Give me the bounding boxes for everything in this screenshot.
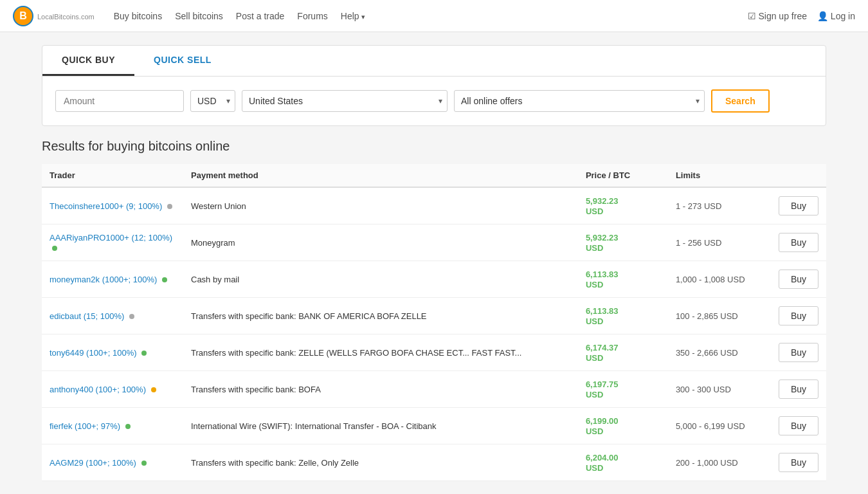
limits-value: 1 - 256 USD xyxy=(676,238,722,248)
price-value: 6,113.83USD xyxy=(586,306,619,326)
limits-value: 350 - 2,666 USD xyxy=(676,348,738,358)
buy-button[interactable]: Buy xyxy=(779,233,818,252)
country-select[interactable]: United States United Kingdom Canada Aust… xyxy=(242,90,448,112)
trader-link[interactable]: fierfek (100+; 97%) xyxy=(50,421,120,431)
limits-value: 1,000 - 1,008 USD xyxy=(676,275,745,284)
brand: B LocalBitcoins.com xyxy=(13,6,95,26)
table-row: tony6449 (100+; 100%) Transfers with spe… xyxy=(42,334,826,371)
payment-method-label: Transfers with specific bank: BOFA xyxy=(191,385,321,394)
col-header-trader: Trader xyxy=(42,164,183,187)
currency-select-wrapper: USD EUR GBP ▾ xyxy=(190,90,235,112)
payment-cell: Transfers with specific bank: BOFA xyxy=(183,371,578,408)
table-row: anthony400 (100+; 100%) Transfers with s… xyxy=(42,371,826,408)
results-title: Results for buying bitcoins online xyxy=(42,139,826,154)
tab-quick-buy[interactable]: QUICK BUY xyxy=(42,46,134,76)
trader-link[interactable]: edicbaut (15; 100%) xyxy=(50,311,124,321)
status-dot xyxy=(162,277,167,282)
buy-button[interactable]: Buy xyxy=(779,453,818,472)
table-row: fierfek (100+; 97%) International Wire (… xyxy=(42,408,826,444)
action-cell: Buy xyxy=(771,261,826,298)
amount-input[interactable] xyxy=(55,90,184,112)
status-dot xyxy=(167,204,172,209)
status-dot xyxy=(141,351,147,356)
buy-button[interactable]: Buy xyxy=(779,416,818,435)
payment-method-label: Moneygram xyxy=(191,238,235,248)
logo-icon: B xyxy=(13,6,33,26)
trader-cell: edicbaut (15; 100%) xyxy=(42,298,183,334)
table-row: edicbaut (15; 100%) Transfers with speci… xyxy=(42,298,826,334)
price-cell: 5,932.23USD xyxy=(578,224,668,261)
limits-cell: 350 - 2,666 USD xyxy=(668,334,771,371)
col-header-limits: Limits xyxy=(668,164,771,187)
price-value: 5,932.23USD xyxy=(586,233,619,253)
offer-type-select-wrapper: All online offers Bank transfer Cash dep… xyxy=(454,90,705,112)
payment-method-label: Transfers with specific bank: Zelle, Onl… xyxy=(191,458,359,468)
trader-cell: fierfek (100+; 97%) xyxy=(42,408,183,444)
login-link[interactable]: Log in xyxy=(817,11,855,21)
results-table: Trader Payment method Price / BTC Limits… xyxy=(42,164,826,481)
buy-button[interactable]: Buy xyxy=(779,270,818,289)
action-cell: Buy xyxy=(771,371,826,408)
status-dot xyxy=(151,387,156,392)
trader-cell: anthony400 (100+; 100%) xyxy=(42,371,183,408)
nav-post-trade[interactable]: Post a trade xyxy=(236,11,285,21)
table-header-row: Trader Payment method Price / BTC Limits xyxy=(42,164,826,187)
widget-body: USD EUR GBP ▾ United States United Kingd… xyxy=(42,77,826,125)
col-header-action xyxy=(771,164,826,187)
navbar: B LocalBitcoins.com Buy bitcoins Sell bi… xyxy=(0,0,868,32)
table-row: AAGM29 (100+; 100%) Transfers with speci… xyxy=(42,444,826,481)
limits-value: 200 - 1,000 USD xyxy=(676,458,738,468)
nav-sell-bitcoins[interactable]: Sell bitcoins xyxy=(175,11,223,21)
main-container: QUICK BUY QUICK SELL USD EUR GBP ▾ Unite… xyxy=(29,45,839,481)
buy-button[interactable]: Buy xyxy=(779,380,818,399)
limits-value: 1 - 273 USD xyxy=(676,201,722,211)
payment-cell: Transfers with specific bank: BANK OF AM… xyxy=(183,298,578,334)
limits-value: 300 - 300 USD xyxy=(676,385,731,394)
col-header-price: Price / BTC xyxy=(578,164,668,187)
payment-cell: Transfers with specific bank: ZELLE (WEL… xyxy=(183,334,578,371)
price-value: 6,174.37USD xyxy=(586,343,619,363)
country-select-wrapper: United States United Kingdom Canada Aust… xyxy=(242,90,448,112)
signup-link[interactable]: Sign up free xyxy=(748,11,807,21)
payment-method-label: International Wire (SWIFT): Internationa… xyxy=(191,421,436,431)
trader-link[interactable]: AAARiyanPRO1000+ (12; 100%) xyxy=(50,233,172,242)
search-button[interactable]: Search xyxy=(711,89,770,113)
trader-link[interactable]: Thecoinshere1000+ (9; 100%) xyxy=(50,201,162,211)
limits-cell: 5,000 - 6,199 USD xyxy=(668,408,771,444)
action-cell: Buy xyxy=(771,298,826,334)
payment-method-label: Cash by mail xyxy=(191,275,239,284)
status-dot xyxy=(141,461,147,466)
logo-letter: B xyxy=(19,10,27,22)
limits-cell: 100 - 2,865 USD xyxy=(668,298,771,334)
widget-tabs: QUICK BUY QUICK SELL xyxy=(42,46,826,77)
brand-name: LocalBitcoins.com xyxy=(37,9,95,23)
buy-button[interactable]: Buy xyxy=(779,306,818,325)
trader-cell: moneyman2k (1000+; 100%) xyxy=(42,261,183,298)
nav-forums[interactable]: Forums xyxy=(297,11,327,21)
trader-link[interactable]: moneyman2k (1000+; 100%) xyxy=(50,275,157,284)
buy-button[interactable]: Buy xyxy=(779,343,818,362)
offer-type-select[interactable]: All online offers Bank transfer Cash dep… xyxy=(454,90,705,112)
quick-trade-widget: QUICK BUY QUICK SELL USD EUR GBP ▾ Unite… xyxy=(42,45,826,126)
trader-link[interactable]: anthony400 (100+; 100%) xyxy=(50,385,146,394)
action-cell: Buy xyxy=(771,408,826,444)
trader-link[interactable]: tony6449 (100+; 100%) xyxy=(50,348,137,358)
tab-quick-sell[interactable]: QUICK SELL xyxy=(134,46,231,76)
nav-help[interactable]: Help xyxy=(341,11,365,21)
price-cell: 6,174.37USD xyxy=(578,334,668,371)
trader-cell: tony6449 (100+; 100%) xyxy=(42,334,183,371)
price-cell: 6,113.83USD xyxy=(578,298,668,334)
buy-button[interactable]: Buy xyxy=(779,196,818,215)
price-value: 6,113.83USD xyxy=(586,270,619,289)
limits-value: 100 - 2,865 USD xyxy=(676,311,738,321)
payment-cell: International Wire (SWIFT): Internationa… xyxy=(183,408,578,444)
col-header-payment: Payment method xyxy=(183,164,578,187)
action-cell: Buy xyxy=(771,224,826,261)
payment-cell: Transfers with specific bank: Zelle, Onl… xyxy=(183,444,578,481)
trader-link[interactable]: AAGM29 (100+; 100%) xyxy=(50,458,136,468)
nav-buy-bitcoins[interactable]: Buy bitcoins xyxy=(114,11,162,21)
limits-value: 5,000 - 6,199 USD xyxy=(676,421,745,431)
price-value: 6,204.00USD xyxy=(586,453,619,473)
status-dot xyxy=(125,424,131,429)
currency-select[interactable]: USD EUR GBP xyxy=(190,90,235,112)
